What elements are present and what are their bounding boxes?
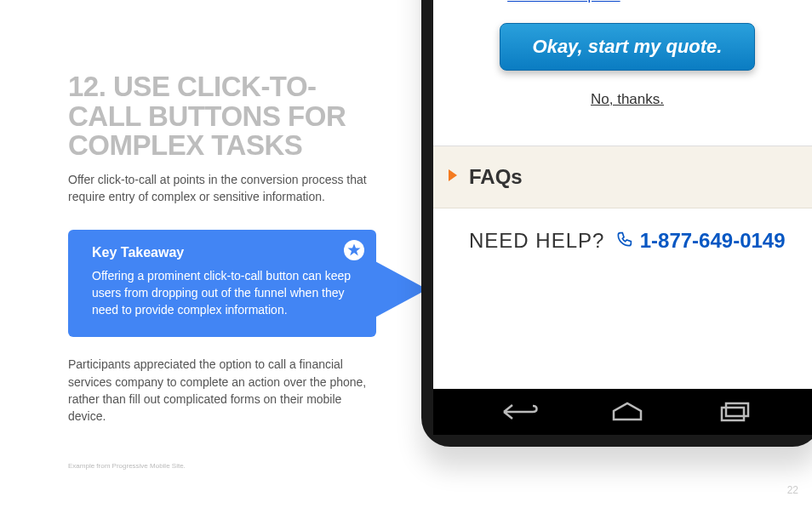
intro-paragraph: Offer click-to-call at points in the con… (68, 171, 370, 206)
recent-apps-icon[interactable] (712, 401, 756, 423)
phone-icon (615, 230, 632, 250)
followup-paragraph: Participants appreciated the option to c… (68, 356, 370, 425)
section-heading: 12. USE CLICK-TO-CALL BUTTONS FOR COMPLE… (68, 72, 370, 161)
page-number: 22 (787, 484, 798, 496)
android-nav-bar (433, 389, 812, 435)
faqs-row[interactable]: FAQs (433, 146, 812, 208)
disclosure-text: Please review our Privacy Policy and inf… (433, 0, 812, 6)
star-icon (344, 240, 364, 260)
consumer-reports-link[interactable]: consumer reports (507, 0, 620, 3)
disclosure-suffix: . (620, 0, 625, 3)
faqs-label: FAQs (469, 165, 523, 188)
click-to-call-number[interactable]: 1-877-649-0149 (640, 229, 786, 252)
need-help-label: NEED HELP? (469, 229, 604, 252)
phone-screen: Please review our Privacy Policy and inf… (433, 0, 812, 389)
chevron-right-icon (449, 169, 457, 181)
home-icon[interactable] (605, 401, 649, 423)
image-credit: Example from Progressive Mobile Site. (68, 462, 186, 470)
phone-mockup: Please review our Privacy Policy and inf… (421, 0, 812, 447)
callout-body: Offering a prominent click-to-call butto… (92, 267, 352, 319)
start-quote-button[interactable]: Okay, start my quote. (500, 23, 755, 71)
no-thanks-link[interactable]: No, thanks. (591, 91, 664, 108)
callout-title: Key Takeaway (92, 245, 352, 260)
need-help-row: NEED HELP? 1-877-649-0149 (433, 208, 812, 273)
key-takeaway-callout: Key Takeaway Offering a prominent click-… (68, 230, 376, 338)
back-icon[interactable] (499, 401, 543, 423)
